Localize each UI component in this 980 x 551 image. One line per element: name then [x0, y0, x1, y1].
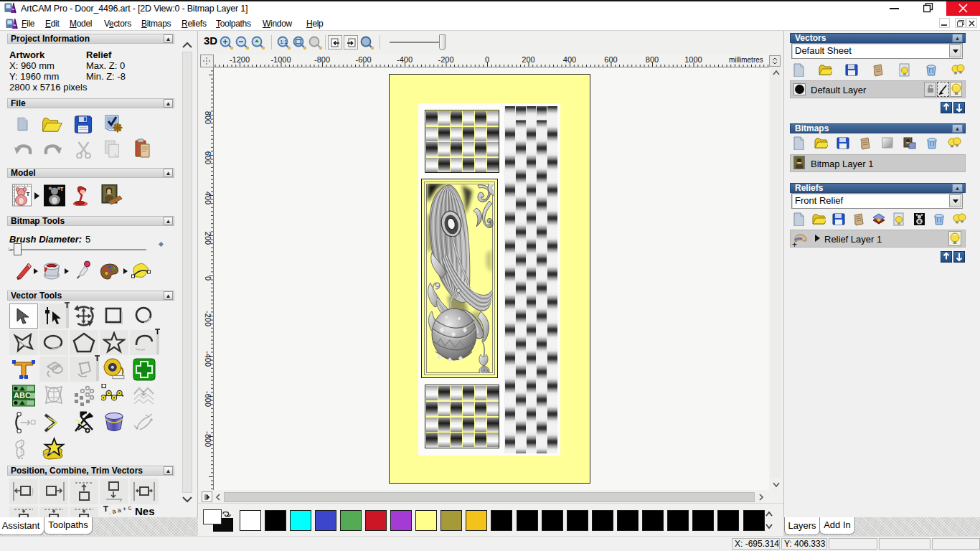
svg-text:800: 800 — [646, 55, 659, 64]
svg-text:200: 200 — [204, 232, 212, 245]
svg-text:600: 600 — [604, 55, 617, 64]
svg-text:-600: -600 — [204, 391, 212, 407]
svg-text:600: 600 — [204, 151, 212, 164]
svg-text:-800: -800 — [314, 55, 330, 64]
svg-text:. a a + c: . a a + c — [108, 506, 132, 516]
svg-text:0: 0 — [204, 276, 212, 281]
svg-text:-400: -400 — [397, 55, 413, 64]
svg-text:ABC: ABC — [14, 391, 31, 400]
svg-text:0: 0 — [485, 55, 489, 64]
svg-text:-200: -200 — [438, 55, 453, 64]
svg-text:1:1: 1:1 — [281, 39, 288, 44]
svg-text:200: 200 — [522, 55, 534, 64]
svg-text:-1000: -1000 — [270, 55, 291, 64]
svg-text:1000: 1000 — [684, 55, 702, 64]
svg-text:-400: -400 — [204, 351, 212, 367]
svg-text:400: 400 — [204, 192, 212, 204]
svg-text:-200: -200 — [204, 311, 212, 326]
svg-text:T: T — [60, 187, 64, 192]
svg-text:800: 800 — [204, 111, 212, 124]
svg-text:-600: -600 — [355, 55, 371, 64]
svg-text:-800: -800 — [204, 431, 212, 447]
svg-text:-1200: -1200 — [230, 55, 250, 64]
svg-text:T: T — [27, 191, 30, 197]
svg-text:400: 400 — [563, 55, 576, 64]
